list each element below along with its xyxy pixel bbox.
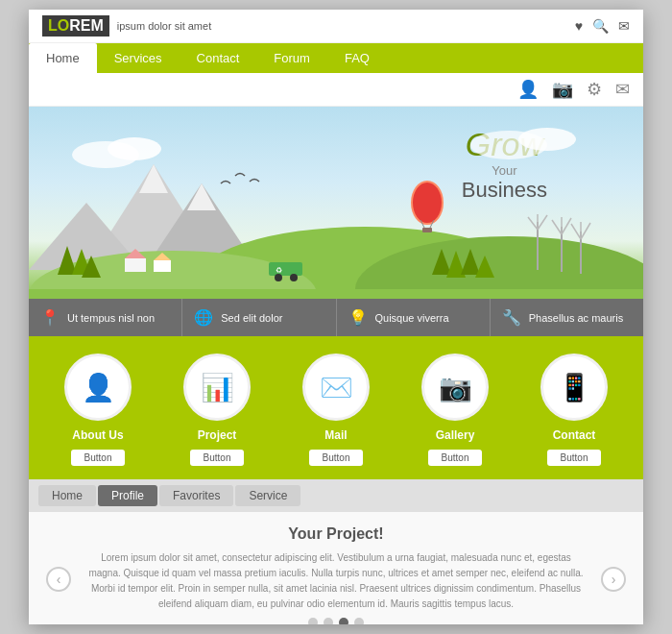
contact-button[interactable]: Button	[547, 450, 602, 466]
project-section: ‹ › Your Project! Lorem ipsum dolor sit …	[29, 512, 643, 624]
svg-rect-44	[29, 289, 643, 299]
info-item-4: 🔧 Phasellus ac mauris	[491, 299, 643, 336]
logo-lo: LO	[48, 17, 69, 34]
camera-icon[interactable]: 📷	[552, 79, 573, 100]
info-item-2: 🌐 Sed elit dolor	[182, 299, 336, 336]
svg-marker-8	[187, 183, 216, 210]
settings-icon[interactable]: ⚙	[587, 79, 602, 100]
service-contact: 📱 Contact Button	[540, 354, 608, 466]
tab-favorites[interactable]: Favorites	[159, 485, 233, 506]
tab-service[interactable]: Service	[235, 485, 300, 506]
info-item-1: 📍 Ut tempus nisl non	[29, 299, 182, 336]
svg-marker-7	[139, 164, 168, 193]
website-wrapper: LOREM ipsum dolor sit amet ♥ 🔍 ✉ Home Se…	[29, 10, 643, 624]
dot-1[interactable]	[308, 618, 318, 624]
tab-home[interactable]: Home	[38, 485, 96, 506]
service-gallery: 📷 Gallery Button	[421, 354, 489, 466]
dot-3[interactable]	[339, 618, 348, 624]
hero-landscape: ♻	[29, 107, 643, 299]
header-icons-row: 👤 📷 ⚙ ✉	[29, 73, 643, 107]
project-icon-circle: 📊	[183, 354, 251, 421]
svg-rect-40	[269, 262, 302, 276]
svg-line-29	[581, 223, 590, 239]
gallery-icon-circle: 📷	[421, 354, 489, 421]
arrow-right-button[interactable]: ›	[601, 567, 626, 592]
contact-label: Contact	[553, 428, 596, 442]
svg-line-24	[552, 220, 562, 234]
project-text: Lorem ipsum dolor sit amet, consectetur …	[86, 550, 586, 612]
nav-forum[interactable]: Forum	[256, 43, 327, 73]
nav-services[interactable]: Services	[97, 43, 180, 73]
service-about-us: 👤 About Us Button	[64, 354, 132, 466]
services-section: 👤 About Us Button 📊 Project Button ✉️ Ma…	[29, 336, 643, 479]
top-icons: ♥ 🔍 ✉	[575, 18, 630, 34]
bottom-tabs: Home Profile Favorites Service	[29, 479, 643, 512]
nav-home[interactable]: Home	[29, 43, 97, 73]
location-icon: 📍	[40, 308, 60, 327]
logo-area: LOREM ipsum dolor sit amet	[42, 15, 211, 37]
search-icon[interactable]: 🔍	[592, 18, 609, 34]
svg-point-1	[108, 137, 161, 160]
svg-rect-38	[154, 260, 171, 272]
mail-label: Mail	[324, 428, 347, 442]
nav-faq[interactable]: FAQ	[327, 43, 387, 73]
svg-line-28	[571, 224, 581, 239]
project-label: Project	[198, 428, 237, 442]
mail-button[interactable]: Button	[309, 450, 364, 466]
mail-icon-circle: ✉️	[302, 354, 370, 421]
info-text-4: Phasellus ac mauris	[529, 312, 623, 324]
svg-line-20	[528, 217, 538, 230]
info-bar: 📍 Ut tempus nisl non 🌐 Sed elit dolor 💡 …	[29, 299, 643, 336]
nav-contact[interactable]: Contact	[180, 43, 257, 73]
nav-bar: Home Services Contact Forum FAQ	[29, 43, 643, 73]
info-item-3: 💡 Quisque viverra	[337, 299, 491, 336]
arrow-left-button[interactable]: ‹	[46, 567, 71, 592]
dot-4[interactable]	[354, 618, 364, 624]
about-us-button[interactable]: Button	[71, 450, 126, 466]
about-us-icon-circle: 👤	[64, 354, 132, 421]
tagline: ipsum dolor sit amet	[117, 20, 211, 32]
gallery-label: Gallery	[436, 428, 475, 442]
service-project: 📊 Project Button	[183, 354, 251, 466]
dots-indicator	[86, 612, 586, 624]
svg-text:♻: ♻	[276, 266, 282, 275]
info-text-3: Quisque viverra	[375, 312, 449, 324]
service-mail: ✉️ Mail Button	[302, 354, 370, 466]
info-text-2: Sed elit dolor	[221, 312, 282, 324]
envelope-icon[interactable]: ✉	[615, 79, 630, 100]
svg-point-41	[275, 274, 282, 281]
mail-icon[interactable]: ✉	[618, 18, 630, 34]
info-text-1: Ut tempus nisl non	[67, 312, 155, 324]
about-us-label: About Us	[72, 428, 123, 442]
svg-rect-35	[422, 228, 432, 232]
lightbulb-icon: 💡	[348, 308, 368, 327]
wrench-icon: 🔧	[502, 308, 521, 327]
tab-profile[interactable]: Profile	[98, 485, 157, 506]
hero-section: Grow Your Business	[29, 107, 643, 299]
gallery-button[interactable]: Button	[428, 450, 483, 466]
dot-2[interactable]	[324, 618, 333, 624]
project-title: Your Project!	[86, 525, 586, 543]
user-icon[interactable]: 👤	[517, 79, 539, 100]
svg-line-25	[562, 218, 571, 234]
svg-point-3	[518, 128, 576, 151]
svg-point-42	[290, 274, 298, 281]
top-bar: LOREM ipsum dolor sit amet ♥ 🔍 ✉	[29, 10, 643, 43]
logo-text: LOREM	[48, 17, 104, 34]
bookmark-icon[interactable]: ♥	[575, 18, 583, 34]
contact-icon-circle: 📱	[540, 354, 608, 421]
logo-rem: REM	[69, 17, 104, 34]
project-button[interactable]: Button	[190, 450, 245, 466]
globe-icon: 🌐	[194, 308, 213, 327]
svg-line-21	[538, 215, 547, 230]
svg-rect-36	[125, 258, 146, 272]
logo-box: LOREM	[42, 15, 109, 37]
